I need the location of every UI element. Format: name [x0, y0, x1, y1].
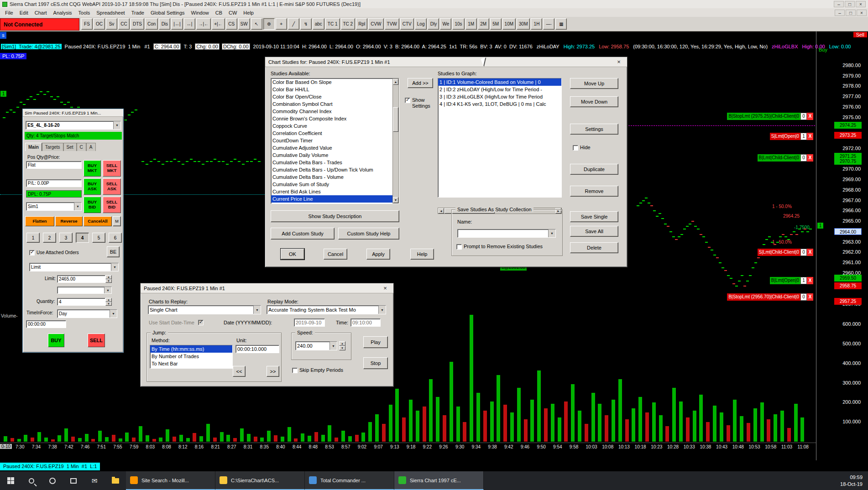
replay-dialog-titlebar[interactable]: Paused 240X: F.US.EPZ19 1 Min #1 ×	[141, 283, 393, 293]
toolbar-cvw-button[interactable]: CVW	[368, 18, 383, 30]
toolbar-log-button[interactable]: Log	[415, 18, 427, 30]
bar-spacing-widen-icon[interactable]: |↔|	[171, 18, 183, 30]
toolbar-abc-button[interactable]: abc	[313, 18, 324, 30]
close-icon[interactable]: ×	[856, 1, 866, 7]
custom-study-help-button[interactable]: Custom Study Help	[338, 228, 399, 240]
settings-button[interactable]: Settings	[570, 124, 618, 135]
sell-button[interactable]: SELL	[88, 334, 105, 347]
scroll-up-icon[interactable]: ▲	[393, 79, 398, 85]
toolbar-dts-button[interactable]: DTS	[131, 18, 144, 30]
compact-crosshair-tool-icon[interactable]: +	[276, 18, 287, 30]
cortana-icon[interactable]	[42, 471, 63, 490]
menu-item-edit[interactable]: Edit	[16, 9, 31, 16]
crosshair-tool-icon[interactable]: ⊕	[263, 18, 275, 30]
chart-window[interactable]: B|StopLmt (2975.25)|Child-Client|00XS|Lm…	[0, 31, 868, 471]
replay-mode-dropdown[interactable]: Accurate Trading System Back Test Mo ▼	[267, 305, 386, 314]
study-available-item[interactable]: Color Bar Based On Slope	[271, 78, 399, 86]
mdi-minimize-icon[interactable]: –	[835, 10, 845, 16]
save-all-button[interactable]: Save All	[570, 226, 618, 237]
spin-up-icon[interactable]: ▲	[339, 341, 345, 346]
spin-up-icon[interactable]: ▲	[105, 275, 112, 279]
toolbar-10s-button[interactable]: 10s	[452, 18, 464, 30]
study-available-item[interactable]: Correlation Coefficient	[271, 130, 399, 137]
studies-dialog-titlebar[interactable]: Chart Studies for: Paused 240X: F.US.EPZ…	[265, 57, 627, 67]
apply-button[interactable]: Apply	[366, 249, 390, 260]
zigzag-tool-icon[interactable]: ↯	[300, 18, 312, 30]
taskbar-app-site-search-mozill[interactable]: Site Search - Mozill...	[126, 471, 215, 490]
study-available-item[interactable]: Current Price Line	[271, 195, 399, 203]
study-available-item[interactable]: Cumulative Sum of Study	[271, 181, 399, 188]
menu-item-chart[interactable]: Chart	[31, 9, 50, 16]
speed-dropdown[interactable]: 240.00 ▼	[295, 341, 337, 350]
skip-empty-periods-checkbox[interactable]: Skip Empty Periods	[292, 367, 343, 373]
quantity-field[interactable]: 4	[57, 298, 105, 306]
task-view-icon[interactable]	[63, 471, 84, 490]
mail-icon[interactable]: ✉	[84, 471, 105, 490]
add-custom-study-button[interactable]: Add Custom Study	[271, 228, 335, 240]
pointer-tool-icon[interactable]: ↖	[251, 18, 262, 30]
toolbar-tvw-button[interactable]: TVW	[385, 18, 399, 30]
trade-window-titlebar[interactable]: Sim Paused 240X: F.US.EPZ19 1 Min...	[23, 109, 123, 117]
ok-button[interactable]: OK	[281, 249, 304, 260]
taskbar-app-total-commander[interactable]: Total Commander ...	[305, 471, 394, 490]
order-close-icon[interactable]: X	[807, 277, 813, 284]
move-down-button[interactable]: Move Down	[570, 96, 618, 107]
bar-spacing-narrow-icon[interactable]: ↔|	[184, 18, 195, 30]
show-study-description-button[interactable]: Show Study Description	[271, 210, 399, 222]
duplicate-button[interactable]: Duplicate	[570, 164, 618, 175]
toolbar-30m-button[interactable]: 30M	[517, 18, 530, 30]
menu-item-trade[interactable]: Trade	[128, 9, 147, 16]
show-settings-checkbox[interactable]: Show Settings	[405, 97, 434, 109]
secondary-price-dropdown[interactable]: ▼	[57, 287, 112, 294]
toolbar-dis-button[interactable]: Dis	[159, 18, 170, 30]
study-available-item[interactable]: Cumulative Delta Bars - Up/Down Tick Vol…	[271, 166, 399, 173]
spin-down-icon[interactable]: ▼	[339, 346, 345, 350]
menu-item-cw[interactable]: CW	[225, 9, 240, 16]
trade-tab-main[interactable]: Main	[25, 143, 42, 151]
qty-button-5[interactable]: 5	[92, 233, 105, 243]
spin-up-icon[interactable]: ▲	[105, 298, 112, 302]
tif-dropdown[interactable]: Day ▼	[57, 309, 117, 318]
sell-ask-button[interactable]: SELL ASK	[103, 178, 121, 195]
speed-spinner[interactable]: ▲▼	[339, 341, 345, 350]
buy-button[interactable]: BUY	[48, 334, 64, 347]
toolbar-ctv-button[interactable]: CTV	[400, 18, 414, 30]
toolbar-cc-button[interactable]: CC	[118, 18, 130, 30]
scroll-left-icon[interactable]: ◄	[438, 208, 444, 214]
close-icon[interactable]: ×	[380, 285, 390, 292]
hide-checkbox[interactable]: Hide	[573, 145, 591, 151]
use-start-datetime-checkbox[interactable]	[198, 319, 204, 325]
replay-time-field[interactable]: 09:10:00	[350, 318, 381, 327]
taskbar-clock[interactable]: 09:59 18-Oct-19	[835, 471, 868, 490]
toolbar-sw-button[interactable]: SW	[238, 18, 250, 30]
qty-button-1[interactable]: 1	[26, 233, 40, 243]
trade-tab-targets[interactable]: Targets	[42, 143, 63, 151]
cancel-button[interactable]: Cancel	[324, 249, 347, 260]
reverse-button[interactable]: Reverse	[55, 216, 83, 226]
use-attached-orders-checkbox[interactable]: Use Attached Orders	[29, 250, 79, 255]
remove-button[interactable]: Remove	[570, 186, 618, 197]
qty-button-4[interactable]: 4	[76, 233, 89, 243]
menu-item-analysis[interactable]: Analysis	[50, 9, 75, 16]
jump-forward-button[interactable]: >>	[267, 366, 279, 377]
sim-account-dropdown[interactable]: Sim1 ▼	[26, 202, 82, 211]
toolbar-dly-button[interactable]: Dly	[428, 18, 439, 30]
save-single-button[interactable]: Save Single	[570, 211, 618, 222]
taskbar-app-sierra-chart-1997-ce[interactable]: Sierra Chart 1997 cE...	[394, 471, 484, 490]
spin-down-icon[interactable]: ▼	[105, 279, 112, 283]
study-available-item[interactable]: Color Bar Open/Close	[271, 93, 399, 100]
minimized-window-badge[interactable]: s	[0, 32, 6, 39]
toolbar-cs-button[interactable]: CS	[226, 18, 237, 30]
trade-window[interactable]: Sim Paused 240X: F.US.EPZ19 1 Min... ES_…	[22, 109, 124, 353]
trade-tab-set[interactable]: Set	[63, 143, 77, 151]
study-available-item[interactable]: CountDown Timer	[271, 137, 399, 144]
trade-time-field[interactable]: 00:00:00	[26, 320, 66, 328]
toolbar-sv-button[interactable]: Sv	[106, 18, 117, 30]
trade-tab-a[interactable]: A	[86, 143, 96, 151]
menu-item-window[interactable]: Window	[188, 9, 212, 16]
charts-to-replay-dropdown[interactable]: Single Chart ▼	[148, 305, 261, 314]
window-titlebar[interactable]: Sierra Chart 1997 cES.cht CQG WebAPI 201…	[0, 0, 868, 8]
qty-button-3[interactable]: 3	[59, 233, 73, 243]
stop-button[interactable]: Stop	[363, 357, 388, 369]
qty-button-2[interactable]: 2	[43, 233, 56, 243]
